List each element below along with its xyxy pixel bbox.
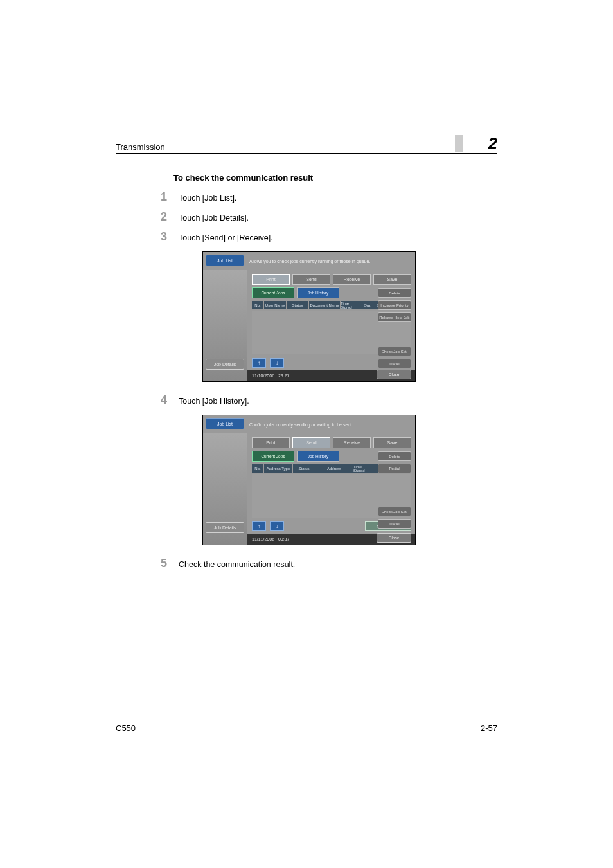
tab-receive[interactable]: Receive (333, 274, 371, 285)
close-button[interactable]: Close (377, 370, 411, 379)
subtab-job-history[interactable]: Job History (297, 287, 339, 298)
job-details-button[interactable]: Job Details (206, 359, 244, 370)
job-list-button[interactable]: Job List (206, 255, 244, 266)
detail-button[interactable]: Detail (378, 359, 411, 368)
footer-model: C550 (116, 723, 136, 733)
tab-print[interactable]: Print (252, 437, 290, 448)
scroll-down-button[interactable]: ↓ (270, 521, 284, 531)
step-text: Touch [Job History]. (179, 397, 249, 406)
job-list-button[interactable]: Job List (206, 418, 244, 429)
subtab-current-jobs[interactable]: Current Jobs (252, 451, 294, 462)
col-time: Time Stored (341, 301, 360, 309)
status-date: 11/11/2006 00:37 (252, 537, 289, 541)
step-text: Touch [Job Details]. (179, 213, 249, 222)
col-addrtype: Address Type (264, 464, 292, 473)
delete-button[interactable]: Delete (378, 451, 411, 461)
step-1: Touch [Job List]. (161, 190, 497, 204)
panel-caption: Allows you to check jobs currently runni… (249, 259, 370, 264)
tab-send[interactable]: Send (292, 437, 330, 448)
status-date: 11/10/2006 23:27 (252, 374, 289, 378)
section-title: To check the communication result (173, 173, 497, 183)
screenshot-print-tab: Job List Allows you to check jobs curren… (202, 251, 416, 382)
redial-button[interactable]: Redial (378, 464, 411, 473)
increase-priority-button[interactable]: Increase Priority (378, 300, 411, 310)
running-header: Transmission 2 (116, 135, 497, 154)
col-status: Status (287, 301, 308, 309)
step-5: Check the communication result. (161, 557, 497, 570)
col-addr: Address (315, 464, 353, 473)
step-2: Touch [Job Details]. (161, 210, 497, 224)
job-details-button[interactable]: Job Details (206, 522, 244, 533)
check-job-set-button[interactable]: Check Job Set. (378, 507, 411, 516)
tab-save[interactable]: Save (373, 437, 411, 448)
col-user: User Name (264, 301, 286, 309)
col-org: Org. (360, 301, 375, 309)
col-time: Time Stored (353, 464, 373, 473)
footer-pageno: 2-57 (481, 723, 497, 733)
chapter-number: 2 (455, 135, 497, 152)
step-text: Check the communication result. (179, 560, 295, 569)
col-doc: Document Name (309, 301, 340, 309)
running-title: Transmission (116, 142, 165, 152)
scroll-down-button[interactable]: ↓ (270, 358, 284, 368)
left-rail: Job Details (203, 433, 247, 545)
tab-save[interactable]: Save (373, 274, 411, 285)
scroll-up-button[interactable]: ↑ (252, 521, 266, 531)
left-rail: Job Details (203, 270, 247, 381)
detail-button[interactable]: Detail (378, 519, 411, 529)
subtab-current-jobs[interactable]: Current Jobs (252, 287, 294, 298)
close-button[interactable]: Close (377, 533, 411, 543)
tab-send[interactable]: Send (292, 274, 330, 285)
release-held-job-button[interactable]: Release Held Job (378, 312, 411, 322)
screenshot-send-tab: Job List Confirm jobs currently sending … (202, 415, 416, 545)
tab-receive[interactable]: Receive (333, 437, 371, 448)
col-no: No. (252, 464, 263, 473)
col-status: Status (293, 464, 315, 473)
col-no: No. (252, 301, 263, 309)
tab-print[interactable]: Print (252, 274, 290, 285)
step-text: Touch [Send] or [Receive]. (179, 233, 273, 242)
page-footer: C550 2-57 (116, 719, 497, 733)
delete-button[interactable]: Delete (378, 288, 411, 298)
check-job-set-button[interactable]: Check Job Set. (378, 347, 411, 356)
panel-caption: Confirm jobs currently sending or waitin… (249, 422, 353, 427)
step-3: Touch [Send] or [Receive]. (161, 230, 497, 244)
step-4: Touch [Job History]. (161, 393, 497, 407)
scroll-up-button[interactable]: ↑ (252, 358, 266, 368)
step-text: Touch [Job List]. (179, 194, 236, 203)
subtab-job-history[interactable]: Job History (297, 451, 339, 462)
